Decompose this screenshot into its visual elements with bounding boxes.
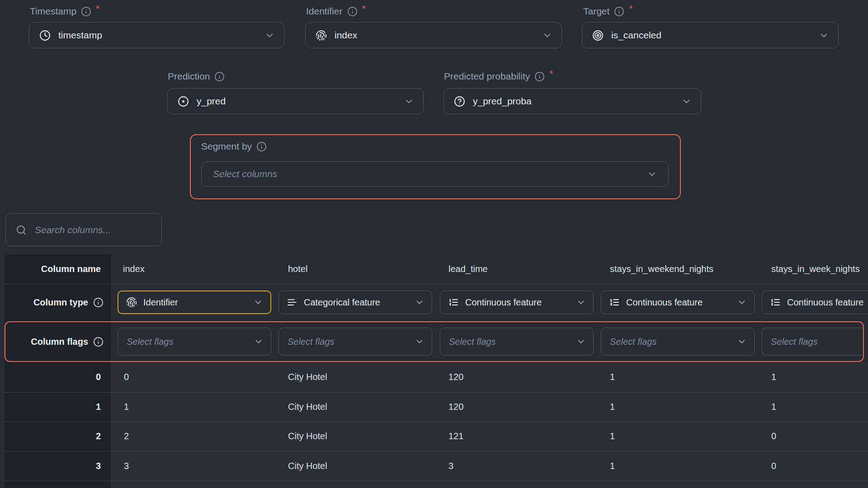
column-flags-row-label: Column flags bbox=[5, 321, 104, 362]
required-asterisk: * bbox=[362, 3, 366, 14]
flags-placeholder: Select flags bbox=[288, 337, 334, 347]
cell-hotel: City Hotel bbox=[288, 362, 327, 392]
cell-stays-in-weekend-nights: 1 bbox=[610, 451, 615, 481]
flags-placeholder: Select flags bbox=[610, 337, 656, 347]
fingerprint-icon bbox=[316, 30, 327, 41]
cell-stays-in-week-nights: 0 bbox=[771, 422, 776, 451]
table-body-background bbox=[111, 362, 868, 488]
chevron-down-icon bbox=[737, 337, 747, 347]
row-divider bbox=[5, 284, 868, 284]
cell-stays-in-week-nights: 1 bbox=[771, 362, 776, 392]
chevron-down-icon bbox=[647, 169, 657, 179]
columns-table: Column name index hotel lead_time stays_… bbox=[5, 254, 868, 488]
column-type-value: Continuous feature bbox=[626, 297, 703, 308]
chevron-down-icon bbox=[404, 96, 414, 107]
target-label: Target bbox=[583, 6, 609, 17]
cell-index: 2 bbox=[124, 422, 129, 451]
cell-hotel: City Hotel bbox=[288, 422, 327, 451]
flags-placeholder: Select flags bbox=[771, 337, 817, 347]
cell-index: 1 bbox=[124, 392, 129, 422]
chevron-down-icon bbox=[415, 337, 425, 347]
circle-dot-icon bbox=[178, 96, 189, 107]
timestamp-label: Timestamp bbox=[30, 6, 76, 17]
column-header-lead-time: lead_time bbox=[448, 254, 488, 284]
column-header-stays-in-week-nights: stays_in_week_nights bbox=[771, 254, 860, 284]
chevron-down-icon bbox=[819, 30, 829, 41]
row-divider bbox=[5, 392, 868, 393]
list-ordered-icon bbox=[448, 297, 459, 308]
search-icon bbox=[16, 225, 27, 235]
column-type-value: Categorical feature bbox=[304, 297, 380, 308]
required-asterisk: * bbox=[629, 3, 632, 14]
chevron-down-icon bbox=[254, 337, 264, 347]
segment-by-highlight-box: Segment by Select columns bbox=[190, 134, 681, 199]
column-flags-select-stays-in-week-nights[interactable]: Select flags bbox=[762, 328, 863, 356]
identifier-select[interactable]: index bbox=[305, 22, 562, 48]
info-icon bbox=[534, 71, 545, 82]
cell-lead-time: 121 bbox=[448, 422, 463, 451]
chevron-down-icon bbox=[576, 337, 586, 347]
chevron-down-icon bbox=[737, 297, 747, 307]
cell-stays-in-weekend-nights: 1 bbox=[610, 392, 615, 422]
cell-hotel: City Hotel bbox=[288, 392, 327, 422]
chevron-down-icon bbox=[264, 30, 275, 41]
flags-placeholder: Select flags bbox=[449, 337, 495, 347]
chevron-down-icon bbox=[415, 297, 425, 307]
row-index: 3 bbox=[5, 451, 101, 481]
info-icon bbox=[93, 337, 104, 347]
timestamp-select[interactable]: timestamp bbox=[29, 22, 284, 48]
predicted-probability-label-row: Predicted probability * bbox=[444, 71, 553, 82]
column-header-stays-in-weekend-nights: stays_in_weekend_nights bbox=[610, 254, 713, 284]
column-type-row-label: Column type bbox=[5, 284, 104, 321]
predicted-probability-value: y_pred_proba bbox=[473, 96, 532, 107]
column-type-value: Identifier bbox=[143, 297, 178, 308]
cell-stays-in-weekend-nights: 1 bbox=[610, 422, 615, 451]
column-type-value: Continuous feature bbox=[465, 297, 542, 308]
help-circle-icon bbox=[454, 96, 465, 107]
column-type-select-stays-in-week-nights[interactable]: Continuous feature bbox=[762, 291, 868, 314]
target-icon bbox=[592, 30, 604, 41]
column-flags-label-text: Column flags bbox=[31, 337, 88, 347]
segment-by-select[interactable]: Select columns bbox=[201, 161, 669, 187]
column-type-select-hotel[interactable]: Categorical feature bbox=[278, 291, 432, 314]
target-value: is_canceled bbox=[611, 30, 661, 41]
chevron-down-icon bbox=[542, 30, 552, 41]
predicted-probability-select[interactable]: y_pred_proba bbox=[443, 88, 701, 114]
fingerprint-icon bbox=[126, 297, 137, 308]
column-type-select-lead-time[interactable]: Continuous feature bbox=[440, 291, 594, 314]
info-icon bbox=[93, 297, 104, 308]
predicted-probability-label: Predicted probability bbox=[444, 71, 530, 82]
segment-by-label-row: Segment by bbox=[201, 141, 267, 152]
info-icon bbox=[81, 6, 91, 17]
column-type-select-stays-in-weekend-nights[interactable]: Continuous feature bbox=[601, 291, 755, 314]
row-divider bbox=[5, 481, 868, 481]
prediction-select[interactable]: y_pred bbox=[167, 88, 424, 114]
column-type-select-index[interactable]: Identifier bbox=[118, 291, 271, 314]
cell-stays-in-week-nights: 0 bbox=[771, 451, 776, 481]
cell-stays-in-weekend-nights: 1 bbox=[610, 362, 615, 392]
target-select[interactable]: is_canceled bbox=[582, 22, 839, 48]
info-icon bbox=[347, 6, 358, 17]
search-input[interactable] bbox=[35, 225, 152, 235]
row-index: 1 bbox=[5, 392, 101, 422]
cell-lead-time: 120 bbox=[448, 392, 463, 422]
chevron-down-icon bbox=[576, 297, 586, 307]
corner-header: Column name bbox=[5, 254, 101, 284]
prediction-value: y_pred bbox=[197, 96, 226, 107]
row-index: 0 bbox=[5, 362, 101, 392]
clock-icon bbox=[39, 30, 51, 41]
cell-stays-in-week-nights: 1 bbox=[771, 392, 776, 422]
column-mapping-screen: Timestamp * timestamp Identifier * index… bbox=[0, 0, 868, 488]
column-header-index: index bbox=[123, 254, 145, 284]
flags-placeholder: Select flags bbox=[127, 337, 173, 347]
segment-by-label: Segment by bbox=[201, 141, 252, 152]
column-flags-select-stays-in-weekend-nights[interactable]: Select flags bbox=[601, 328, 755, 356]
column-flags-select-hotel[interactable]: Select flags bbox=[278, 328, 432, 356]
cell-lead-time: 120 bbox=[448, 362, 463, 392]
column-flags-select-index[interactable]: Select flags bbox=[118, 328, 271, 356]
info-icon bbox=[256, 141, 267, 152]
timestamp-label-row: Timestamp * bbox=[30, 6, 99, 17]
column-flags-select-lead-time[interactable]: Select flags bbox=[440, 328, 594, 356]
list-ordered-icon bbox=[609, 297, 620, 308]
prediction-label: Prediction bbox=[168, 71, 210, 82]
